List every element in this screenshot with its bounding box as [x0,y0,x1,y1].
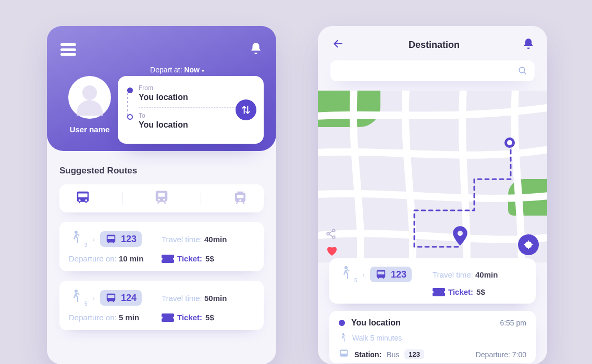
walk-icon [339,333,347,343]
departure-value: 10 min [119,254,144,263]
ticket-icon [162,255,174,263]
destination-dot-icon [127,114,133,120]
destination-pin [452,226,468,248]
bus-icon [339,348,349,360]
ticket-icon [433,288,445,296]
walk-minutes: 9 [84,242,88,248]
bus-pill: 124 [100,290,142,306]
walk-minutes: 5 [84,301,88,307]
mode-bus[interactable] [75,190,91,207]
departure-value: 5 min [119,313,139,322]
travel-label: Travel time: [162,235,204,244]
page-title: Destination [409,40,460,51]
route-path [318,91,547,262]
section-title: Suggested Routes [59,166,264,176]
travel-value: 40min [204,235,227,244]
depart-label: Depart at: [150,66,182,74]
walk-icon [339,266,352,283]
user-block: User name [58,76,121,134]
ticket-value: 5$ [205,254,214,263]
svg-point-6 [342,333,344,335]
ticket-label: Ticket: [448,287,473,296]
menu-icon[interactable] [60,43,76,56]
location-name: You location [351,318,401,328]
start-pin [504,137,515,148]
suggested-routes: Suggested Routes 9›123Travel time: 40min… [47,151,276,330]
route-card[interactable]: 5›124Travel time: 50minDeparture on: 5 m… [59,281,264,330]
header: Destination [318,26,547,53]
ticket-label: Ticket: [177,254,202,263]
header: Depart at: Now ▾ User name From You loca… [47,26,276,151]
walk-icon [69,289,82,307]
heart-icon[interactable] [325,245,339,259]
departure-label: Departure on: [69,313,119,322]
station-dep-value: 7:00 [512,350,526,359]
depart-value: Now [184,66,200,74]
location-box: From You location To You location [118,76,264,144]
location-dot-icon [339,320,345,326]
chevron-down-icon: ▾ [202,68,204,73]
travel-value: 40min [475,270,498,279]
bus-number: 124 [121,293,137,304]
locate-button[interactable] [518,234,539,255]
ticket-label: Ticket: [177,313,202,322]
station-label: Station: [354,350,381,359]
walk-minutes: 5 [354,278,357,283]
chevron-icon: › [93,235,95,243]
map[interactable] [318,91,547,262]
location-time: 6:55 pm [500,319,526,327]
chevron-icon: › [363,271,365,279]
route-card[interactable]: 9›123Travel time: 40minDeparture on: 10 … [59,222,264,271]
bus-pill: 123 [370,267,412,282]
travel-value: 50min [204,294,227,303]
swap-button[interactable] [236,99,256,120]
route-summary-card[interactable]: 5 › 123 Travel time: 40min Ticket: 5$ [329,258,536,304]
user-name: User name [58,125,121,134]
avatar[interactable] [68,76,111,119]
search-icon [518,66,527,76]
chevron-icon: › [93,294,95,302]
station-dep-label: Departure: [476,350,510,359]
depart-selector[interactable]: Depart at: Now ▾ [92,66,263,74]
back-button[interactable] [330,37,346,52]
origin-dot-icon [127,87,133,93]
svg-point-5 [344,266,348,269]
bell-icon[interactable] [522,36,535,53]
bell-icon[interactable] [249,41,263,58]
phone-map: Destination [318,26,547,364]
ticket-icon [162,313,174,322]
travel-label: Travel time: [433,270,473,279]
station-bus-number: 123 [404,349,424,359]
journey-card[interactable]: You location 6:55 pm Walk 5 minutes Stat… [329,311,536,363]
departure-label: Departure on: [69,254,119,263]
to-value: You location [139,120,254,130]
svg-point-1 [75,290,78,293]
search-input[interactable] [330,60,535,81]
bus-pill: 123 [100,231,142,247]
from-value: You location [139,93,254,102]
bus-number: 123 [121,234,137,245]
mode-tabs [59,184,264,212]
walk-icon [69,230,82,248]
walk-text: Walk 5 minutes [352,334,402,342]
station-mode: Bus [387,350,399,359]
from-label: From [139,84,254,92]
ticket-value: 5$ [476,287,485,296]
from-row[interactable]: From You location [139,84,254,102]
mode-tram[interactable] [232,190,248,207]
phone-routes: Depart at: Now ▾ User name From You loca… [47,26,276,364]
bus-number: 123 [391,269,406,280]
ticket-value: 5$ [205,313,214,322]
travel-label: Travel time: [162,294,204,303]
share-icon[interactable] [325,228,337,242]
svg-point-0 [75,231,78,234]
mode-metro[interactable] [154,190,169,207]
